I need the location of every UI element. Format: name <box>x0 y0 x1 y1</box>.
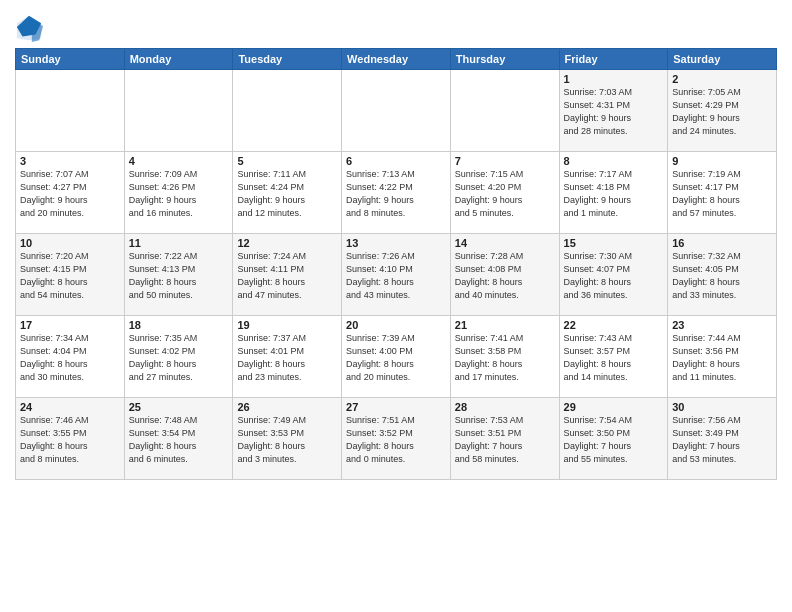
day-number: 23 <box>672 319 772 331</box>
day-number: 14 <box>455 237 555 249</box>
day-cell: 27Sunrise: 7:51 AM Sunset: 3:52 PM Dayli… <box>342 398 451 480</box>
day-cell: 11Sunrise: 7:22 AM Sunset: 4:13 PM Dayli… <box>124 234 233 316</box>
day-number: 5 <box>237 155 337 167</box>
day-number: 27 <box>346 401 446 413</box>
day-cell: 25Sunrise: 7:48 AM Sunset: 3:54 PM Dayli… <box>124 398 233 480</box>
week-row-2: 3Sunrise: 7:07 AM Sunset: 4:27 PM Daylig… <box>16 152 777 234</box>
day-cell: 19Sunrise: 7:37 AM Sunset: 4:01 PM Dayli… <box>233 316 342 398</box>
day-info: Sunrise: 7:37 AM Sunset: 4:01 PM Dayligh… <box>237 332 337 384</box>
day-number: 17 <box>20 319 120 331</box>
day-number: 3 <box>20 155 120 167</box>
day-info: Sunrise: 7:15 AM Sunset: 4:20 PM Dayligh… <box>455 168 555 220</box>
day-info: Sunrise: 7:09 AM Sunset: 4:26 PM Dayligh… <box>129 168 229 220</box>
page-container: SundayMondayTuesdayWednesdayThursdayFrid… <box>0 0 792 485</box>
day-info: Sunrise: 7:54 AM Sunset: 3:50 PM Dayligh… <box>564 414 664 466</box>
week-row-5: 24Sunrise: 7:46 AM Sunset: 3:55 PM Dayli… <box>16 398 777 480</box>
day-info: Sunrise: 7:11 AM Sunset: 4:24 PM Dayligh… <box>237 168 337 220</box>
day-number: 16 <box>672 237 772 249</box>
day-info: Sunrise: 7:28 AM Sunset: 4:08 PM Dayligh… <box>455 250 555 302</box>
day-number: 25 <box>129 401 229 413</box>
day-info: Sunrise: 7:19 AM Sunset: 4:17 PM Dayligh… <box>672 168 772 220</box>
day-info: Sunrise: 7:51 AM Sunset: 3:52 PM Dayligh… <box>346 414 446 466</box>
day-info: Sunrise: 7:56 AM Sunset: 3:49 PM Dayligh… <box>672 414 772 466</box>
calendar-table: SundayMondayTuesdayWednesdayThursdayFrid… <box>15 48 777 480</box>
day-info: Sunrise: 7:24 AM Sunset: 4:11 PM Dayligh… <box>237 250 337 302</box>
day-cell: 29Sunrise: 7:54 AM Sunset: 3:50 PM Dayli… <box>559 398 668 480</box>
day-cell: 3Sunrise: 7:07 AM Sunset: 4:27 PM Daylig… <box>16 152 125 234</box>
day-number: 13 <box>346 237 446 249</box>
day-cell: 17Sunrise: 7:34 AM Sunset: 4:04 PM Dayli… <box>16 316 125 398</box>
day-cell: 30Sunrise: 7:56 AM Sunset: 3:49 PM Dayli… <box>668 398 777 480</box>
day-cell: 16Sunrise: 7:32 AM Sunset: 4:05 PM Dayli… <box>668 234 777 316</box>
day-info: Sunrise: 7:05 AM Sunset: 4:29 PM Dayligh… <box>672 86 772 138</box>
day-cell: 1Sunrise: 7:03 AM Sunset: 4:31 PM Daylig… <box>559 70 668 152</box>
day-info: Sunrise: 7:20 AM Sunset: 4:15 PM Dayligh… <box>20 250 120 302</box>
day-cell: 28Sunrise: 7:53 AM Sunset: 3:51 PM Dayli… <box>450 398 559 480</box>
day-cell: 23Sunrise: 7:44 AM Sunset: 3:56 PM Dayli… <box>668 316 777 398</box>
col-header-tuesday: Tuesday <box>233 49 342 70</box>
day-number: 29 <box>564 401 664 413</box>
day-number: 22 <box>564 319 664 331</box>
day-number: 21 <box>455 319 555 331</box>
day-number: 30 <box>672 401 772 413</box>
day-cell: 5Sunrise: 7:11 AM Sunset: 4:24 PM Daylig… <box>233 152 342 234</box>
day-number: 28 <box>455 401 555 413</box>
day-cell: 22Sunrise: 7:43 AM Sunset: 3:57 PM Dayli… <box>559 316 668 398</box>
day-info: Sunrise: 7:44 AM Sunset: 3:56 PM Dayligh… <box>672 332 772 384</box>
header <box>15 10 777 42</box>
day-info: Sunrise: 7:46 AM Sunset: 3:55 PM Dayligh… <box>20 414 120 466</box>
day-cell <box>233 70 342 152</box>
day-number: 9 <box>672 155 772 167</box>
day-cell: 6Sunrise: 7:13 AM Sunset: 4:22 PM Daylig… <box>342 152 451 234</box>
day-cell <box>124 70 233 152</box>
logo <box>15 14 45 42</box>
day-info: Sunrise: 7:43 AM Sunset: 3:57 PM Dayligh… <box>564 332 664 384</box>
day-cell: 9Sunrise: 7:19 AM Sunset: 4:17 PM Daylig… <box>668 152 777 234</box>
day-info: Sunrise: 7:22 AM Sunset: 4:13 PM Dayligh… <box>129 250 229 302</box>
day-number: 19 <box>237 319 337 331</box>
day-number: 10 <box>20 237 120 249</box>
day-number: 4 <box>129 155 229 167</box>
day-info: Sunrise: 7:17 AM Sunset: 4:18 PM Dayligh… <box>564 168 664 220</box>
day-cell: 26Sunrise: 7:49 AM Sunset: 3:53 PM Dayli… <box>233 398 342 480</box>
day-cell <box>16 70 125 152</box>
week-row-3: 10Sunrise: 7:20 AM Sunset: 4:15 PM Dayli… <box>16 234 777 316</box>
day-cell: 8Sunrise: 7:17 AM Sunset: 4:18 PM Daylig… <box>559 152 668 234</box>
day-number: 26 <box>237 401 337 413</box>
col-header-thursday: Thursday <box>450 49 559 70</box>
day-number: 12 <box>237 237 337 249</box>
day-cell: 4Sunrise: 7:09 AM Sunset: 4:26 PM Daylig… <box>124 152 233 234</box>
day-cell <box>450 70 559 152</box>
week-row-4: 17Sunrise: 7:34 AM Sunset: 4:04 PM Dayli… <box>16 316 777 398</box>
day-cell: 2Sunrise: 7:05 AM Sunset: 4:29 PM Daylig… <box>668 70 777 152</box>
day-number: 7 <box>455 155 555 167</box>
day-cell: 13Sunrise: 7:26 AM Sunset: 4:10 PM Dayli… <box>342 234 451 316</box>
day-number: 6 <box>346 155 446 167</box>
day-info: Sunrise: 7:07 AM Sunset: 4:27 PM Dayligh… <box>20 168 120 220</box>
col-header-monday: Monday <box>124 49 233 70</box>
day-info: Sunrise: 7:35 AM Sunset: 4:02 PM Dayligh… <box>129 332 229 384</box>
col-header-sunday: Sunday <box>16 49 125 70</box>
day-number: 24 <box>20 401 120 413</box>
day-cell: 18Sunrise: 7:35 AM Sunset: 4:02 PM Dayli… <box>124 316 233 398</box>
day-number: 11 <box>129 237 229 249</box>
logo-icon <box>15 14 43 42</box>
day-number: 8 <box>564 155 664 167</box>
header-row: SundayMondayTuesdayWednesdayThursdayFrid… <box>16 49 777 70</box>
col-header-wednesday: Wednesday <box>342 49 451 70</box>
day-number: 1 <box>564 73 664 85</box>
day-cell: 7Sunrise: 7:15 AM Sunset: 4:20 PM Daylig… <box>450 152 559 234</box>
day-info: Sunrise: 7:26 AM Sunset: 4:10 PM Dayligh… <box>346 250 446 302</box>
day-info: Sunrise: 7:49 AM Sunset: 3:53 PM Dayligh… <box>237 414 337 466</box>
day-info: Sunrise: 7:03 AM Sunset: 4:31 PM Dayligh… <box>564 86 664 138</box>
day-info: Sunrise: 7:30 AM Sunset: 4:07 PM Dayligh… <box>564 250 664 302</box>
day-info: Sunrise: 7:34 AM Sunset: 4:04 PM Dayligh… <box>20 332 120 384</box>
col-header-friday: Friday <box>559 49 668 70</box>
day-info: Sunrise: 7:48 AM Sunset: 3:54 PM Dayligh… <box>129 414 229 466</box>
day-number: 2 <box>672 73 772 85</box>
day-cell: 21Sunrise: 7:41 AM Sunset: 3:58 PM Dayli… <box>450 316 559 398</box>
week-row-1: 1Sunrise: 7:03 AM Sunset: 4:31 PM Daylig… <box>16 70 777 152</box>
day-info: Sunrise: 7:41 AM Sunset: 3:58 PM Dayligh… <box>455 332 555 384</box>
day-cell: 10Sunrise: 7:20 AM Sunset: 4:15 PM Dayli… <box>16 234 125 316</box>
day-number: 20 <box>346 319 446 331</box>
